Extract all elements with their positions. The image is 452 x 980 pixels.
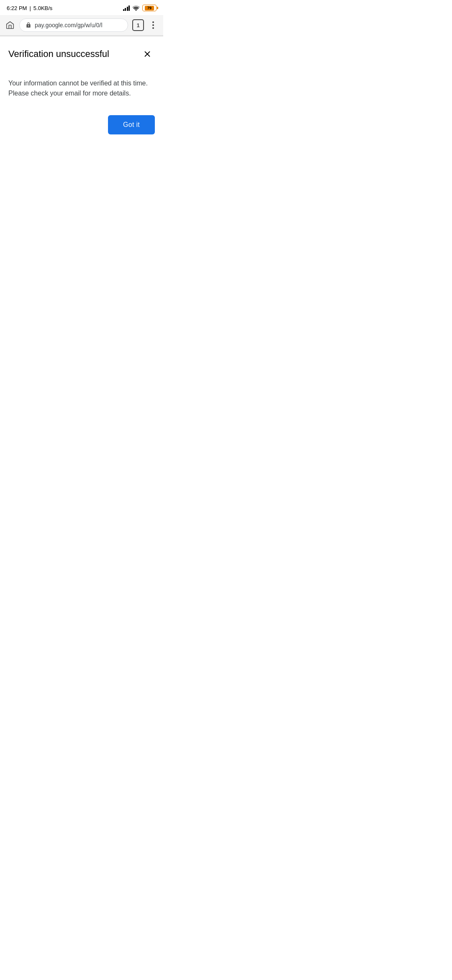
more-options-icon[interactable] [148,20,158,30]
close-button[interactable] [140,46,155,62]
time-display: 6:22 PM [7,5,27,11]
page-content: Verification unsuccessful Your informati… [0,36,163,143]
signal-bar-1 [123,9,124,11]
separator: | [29,5,31,11]
got-it-button[interactable]: Got it [108,115,155,134]
battery-level: 79 [147,6,152,10]
lock-icon [26,22,31,28]
button-row: Got it [8,115,155,134]
signal-bar-2 [125,8,126,11]
signal-bar-4 [128,5,130,11]
status-right: 79 [123,5,157,11]
verification-header: Verification unsuccessful [8,46,155,62]
dot-3 [152,27,154,29]
wifi-icon [132,5,140,11]
dot-1 [152,21,154,23]
browser-chrome: pay.google.com/gp/w/u/0/l 1 [0,15,163,36]
status-left: 6:22 PM | 5.0KB/s [7,5,52,11]
battery-icon: 79 [142,5,157,11]
page-title: Verification unsuccessful [8,49,109,59]
signal-bar-3 [127,7,128,11]
home-icon[interactable] [5,20,15,30]
verification-message: Your information cannot be verified at t… [8,78,155,98]
network-speed: 5.0KB/s [33,5,53,11]
vertical-dots [152,21,154,29]
dot-2 [152,24,154,26]
verification-area: Verification unsuccessful Your informati… [0,36,163,143]
signal-icon [123,5,130,11]
address-bar[interactable]: pay.google.com/gp/w/u/0/l [19,18,128,32]
status-bar: 6:22 PM | 5.0KB/s 79 [0,0,163,15]
url-text: pay.google.com/gp/w/u/0/l [35,22,103,28]
tab-count[interactable]: 1 [132,19,144,31]
